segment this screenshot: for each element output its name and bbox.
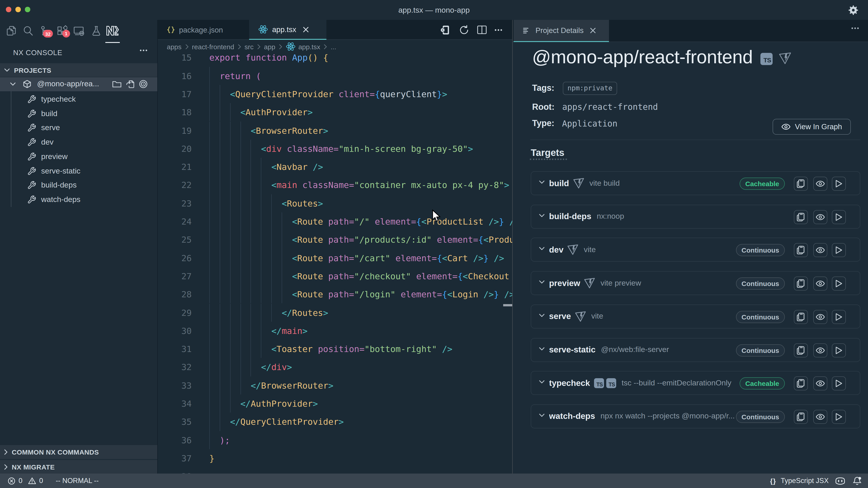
copy-button[interactable]	[794, 276, 808, 291]
line-number: 34	[158, 394, 192, 413]
section-nx-migrate[interactable]: NX MIGRATE	[0, 460, 157, 474]
code-token: =	[432, 253, 437, 263]
run-button[interactable]	[832, 243, 846, 257]
view-button[interactable]	[813, 410, 827, 424]
view-button[interactable]	[813, 276, 827, 291]
run-button[interactable]	[832, 377, 846, 390]
breadcrumb-item[interactable]: app	[264, 43, 275, 51]
code-line-16: 16return (	[158, 67, 512, 85]
tree-item-target-build[interactable]: build	[0, 107, 157, 121]
tree-item-target-dev[interactable]: dev	[0, 135, 157, 150]
target-icon[interactable]	[139, 80, 148, 89]
code-text: <Route path="/products/:id" element={<Pr…	[209, 231, 512, 249]
breadcrumb-item[interactable]: apps	[167, 43, 182, 51]
run-button[interactable]	[832, 310, 846, 324]
target-card-dev[interactable]: devviteContinuous	[530, 238, 860, 262]
files-activity-icon[interactable]	[2, 20, 20, 41]
close-tab-icon[interactable]	[590, 27, 596, 34]
extensions-activity-icon[interactable]: 1	[53, 20, 70, 41]
target-card-serve-static[interactable]: serve-static@nx/web:file-serverContinuou…	[530, 338, 860, 362]
breadcrumb-item[interactable]: ...	[331, 43, 336, 51]
tab-project-details[interactable]: Project Details	[513, 20, 609, 42]
run-button[interactable]	[832, 177, 846, 191]
view-button[interactable]	[813, 243, 827, 257]
target-card-watch-deps[interactable]: watch-depsnpx nx watch --projects @mono-…	[530, 404, 860, 428]
warning-icon	[28, 477, 36, 484]
search-activity-icon[interactable]	[20, 20, 37, 41]
open-folder-icon[interactable]	[112, 80, 122, 88]
nx-console-activity-icon[interactable]	[104, 20, 121, 41]
copy-button[interactable]	[794, 310, 808, 324]
copy-button[interactable]	[794, 177, 808, 191]
target-command: vite preview	[600, 279, 641, 288]
code-text: export function App() {	[209, 53, 328, 67]
tree-item-target-typecheck[interactable]: typecheck	[0, 92, 157, 107]
tree-item-project[interactable]: @mono-app/rea...	[0, 77, 157, 91]
target-name: serve-static	[549, 345, 596, 355]
settings-gear-icon[interactable]	[848, 5, 859, 15]
target-card-build-deps[interactable]: build-depsnx:noop	[530, 204, 860, 228]
run-button[interactable]	[832, 210, 846, 224]
tree-item-target-serve[interactable]: serve	[0, 121, 157, 135]
bell-icon[interactable]	[852, 476, 862, 486]
open-config-file-icon[interactable]	[126, 80, 135, 89]
view-button[interactable]	[813, 177, 827, 191]
close-glyph	[590, 27, 596, 34]
split-editor-icon[interactable]	[477, 25, 487, 34]
section-projects[interactable]: PROJECTS	[0, 63, 157, 77]
sidebar-more-actions-icon[interactable]	[140, 49, 147, 52]
more-actions-icon[interactable]	[494, 29, 502, 31]
remote-explorer-activity-icon[interactable]	[70, 20, 88, 41]
section-common-nx-commands[interactable]: COMMON NX COMMANDS	[0, 445, 157, 459]
run-button[interactable]	[832, 276, 846, 291]
panel-tab-bar: Project Details	[513, 20, 868, 42]
copy-button[interactable]	[794, 377, 808, 390]
tree-item-target-build-deps[interactable]: build-deps	[0, 178, 157, 193]
language-mode[interactable]: TypeScript JSX	[781, 477, 829, 485]
close-tab-icon[interactable]	[303, 26, 309, 33]
source-control-activity-icon[interactable]: 32	[37, 20, 54, 41]
target-card-build[interactable]: buildvite buildCacheable	[530, 171, 860, 195]
view-button[interactable]	[813, 377, 827, 390]
panel-more-actions-icon[interactable]	[851, 27, 859, 29]
view-button[interactable]	[813, 310, 827, 324]
code-text: <Route path="/checkout" element={<Checko…	[209, 267, 512, 285]
target-card-preview[interactable]: previewvite previewContinuous	[530, 271, 860, 295]
code-text: <QueryClientProvider client={queryClient…	[209, 85, 447, 103]
typescript-badge-icon: TS	[594, 378, 604, 388]
code-token: element	[416, 271, 452, 281]
tree-item-target-watch-deps[interactable]: watch-deps	[0, 193, 157, 207]
code-token: Checkout	[468, 271, 509, 281]
code-editor[interactable]: 15export function App() {16return (17<Qu…	[158, 53, 512, 474]
tree-item-target-preview[interactable]: preview	[0, 150, 157, 164]
refresh-icon[interactable]	[459, 25, 469, 35]
gear22-glyph	[848, 5, 859, 15]
copy-button[interactable]	[794, 410, 808, 424]
vim-mode-indicator[interactable]: -- NORMAL --	[56, 477, 99, 485]
target-card-typecheck[interactable]: typecheckTSTStsc --build --emitDeclarati…	[530, 371, 860, 395]
tab-package-json[interactable]: package.json	[158, 20, 249, 40]
target-card-serve[interactable]: serveviteContinuous	[530, 304, 860, 328]
breadcrumb-item[interactable]: react-frontend	[192, 43, 234, 51]
run-button[interactable]	[832, 410, 846, 424]
code-token	[333, 89, 339, 99]
view-in-graph-button[interactable]: View In Graph	[773, 119, 851, 134]
code-token: =	[411, 217, 416, 226]
tab-label: package.json	[179, 26, 223, 34]
code-token: AuthProvider	[246, 107, 308, 117]
problems-status[interactable]: 0 0	[8, 477, 43, 485]
view-button[interactable]	[813, 343, 827, 357]
copy-button[interactable]	[794, 210, 808, 224]
tree-item-target-serve-static[interactable]: serve-static	[0, 164, 157, 178]
view-button[interactable]	[813, 210, 827, 224]
run-project-icon[interactable]	[440, 24, 451, 35]
react-icon	[258, 25, 268, 34]
tab-app-tsx[interactable]: app.tsx	[249, 20, 327, 40]
run-button[interactable]	[832, 343, 846, 357]
copy-button[interactable]	[794, 243, 808, 257]
testing-activity-icon[interactable]	[88, 20, 105, 41]
copilot-icon[interactable]	[835, 476, 845, 486]
breadcrumb-item[interactable]: src	[245, 43, 254, 51]
copy-button[interactable]	[794, 343, 808, 357]
breadcrumb-item[interactable]: app.tsx	[298, 43, 320, 51]
